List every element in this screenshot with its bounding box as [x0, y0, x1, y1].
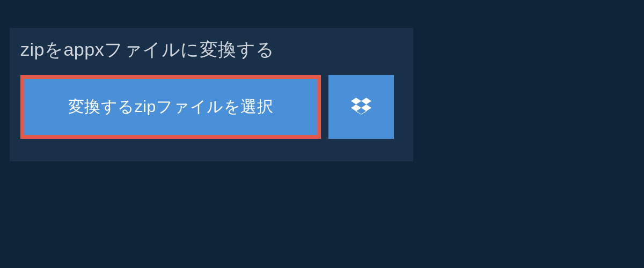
dropbox-icon	[351, 96, 371, 118]
select-file-button[interactable]: 変換するzipファイルを選択	[20, 75, 321, 139]
select-file-button-label: 変換するzipファイルを選択	[68, 96, 273, 118]
converter-panel: zipをappxファイルに変換する 変換するzipファイルを選択	[10, 28, 413, 161]
button-row: 変換するzipファイルを選択	[10, 75, 413, 139]
page-title: zipをappxファイルに変換する	[10, 28, 332, 75]
dropbox-button[interactable]	[328, 75, 394, 139]
